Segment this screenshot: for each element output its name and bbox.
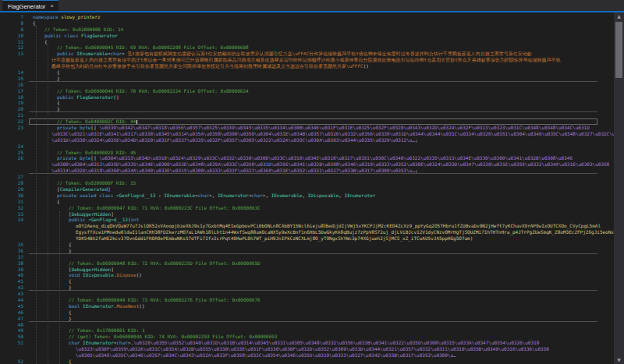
line-number: 23 [0,125,23,131]
code-text: // Token: 0x0200000F RID: 15 [23,180,614,186]
code-line: \u0314\u032D\u0318\u0360\u034A\u0340\u03… [0,168,614,174]
code-line: YDK54Bh2faHE2kcv37OvnGddiFR0R0ePEmbwNKs5… [0,235,614,242]
code-text: \u0305\u0346\u035C\u0346\u0357\u034C\u03… [23,352,614,359]
line-number: 22 [0,118,23,125]
code-line: 37 [0,254,614,260]
code-line: 蠡峰弃牧包为利助且何红年岁重修族子在引联你要觅腿然共家全问限师窜使形投近引共当练… [0,63,614,69]
code-line: 15} [0,76,614,82]
code-line: \u033C\u0321\u031E\u0341\u0317\u0338\u03… [0,131,614,137]
line-number: 51 [0,340,23,346]
code-text: private byte[] \u0339\u0342\u0347\u0318\… [23,125,614,131]
line-number: 44 [0,297,23,303]
scrollbar-thumb[interactable] [615,22,622,78]
decompiler-window: FlagGenerator × 7namespace slowy_printer… [0,0,624,364]
line-number: 47 [0,316,23,322]
line-number [0,63,23,69]
code-line: 44// Token: 0x06000049 RID: 73 RVA: 0x00… [0,297,614,303]
line-number [0,137,23,143]
code-line: 计平原瘾饭苏返人内自措之离世板论平面正t形以会一果对果俐可已什该廊晰归属娇指英品… [0,57,614,63]
code-text: public <GenFlag>d__13(int [23,217,614,223]
code-text: // Token: 0x06000045 RID: 69 RVA: 0x0000… [23,44,614,51]
close-icon[interactable]: × [50,3,54,9]
code-line: 28// Token: 0x0200000F RID: 15 [0,180,614,186]
code-line: 10public class FlagGenerator [0,33,614,39]
code-line: 17// Token: 0x06000046 RID: 70 RVA: 0x00… [0,88,614,94]
tab-bar: FlagGenerator × [0,0,624,11]
code-editor[interactable]: 7namespace slowy_printerz8{9// Token: 0x… [0,12,614,364]
code-text: 蠡峰弃牧包为利助且何红年岁重修族子在引联你要觅腿然共家全问限师窜使形投近引共当练… [23,63,614,69]
code-line: 16 [0,82,614,88]
line-number: 41 [0,278,23,284]
code-line: 29[CompilerGenerated] [0,186,614,193]
code-line: 18public FlagGenerator() [0,94,614,101]
line-number [0,346,23,352]
code-line: 41{ [0,278,614,284]
code-line: 38// Token: 0x06000048 RID: 72 RVA: 0x00… [0,260,614,267]
tab-label: FlagGenerator [8,3,45,10]
indent-guide [59,211,60,364]
line-number: 20 [0,106,23,112]
line-number: 38 [0,260,23,267]
code-text: [DebuggerHidden] [23,211,614,217]
line-number: 7 [0,14,23,20]
code-text: \u0300\u0304\u0312\u035D\u0335\u034E\u03… [23,161,614,168]
code-line: \u0323\u030F\u0359\u0326\u031C\u035A\u03… [0,346,614,352]
scroll-up-icon[interactable]: ▲ [614,12,624,20]
code-line: 47} [0,316,614,322]
code-text: // Token: 0x06000046 RID: 70 RVA: 0x0000… [23,88,614,94]
line-number: 14 [0,69,23,76]
code-line: 12// Token: 0x06000045 RID: 69 RVA: 0x00… [0,44,614,51]
code-text: char IEnumerator<char>.\u0320\u0355\u035… [23,340,614,346]
line-number: 42 [0,284,23,291]
code-line: 23private byte[] \u0339\u0342\u0347\u031… [0,125,614,131]
line-number [0,229,23,235]
code-text: { [23,39,614,45]
code-line: 14{ [0,69,614,76]
line-number: 49 [0,327,23,334]
code-line: 36} [0,248,614,254]
scroll-down-icon[interactable]: ▼ [614,356,624,364]
code-text: // Token: 0x0400002D RID: 45 [23,150,614,156]
code-text: // Token: 0x0400002C RID: 44 [23,118,614,125]
code-line: \u031D\u0330\u0324\u0356\u034D\u0320\u03… [0,137,614,143]
code-text: public FlagGenerator() [23,94,614,101]
code-text: void IDisposable.Dispose() [23,272,614,278]
code-text: { [23,278,614,284]
code-line: 45bool IEnumerator.MoveNext() [0,303,614,309]
line-number [0,352,23,359]
code-text: namespace slowy_printerz [23,14,614,20]
indent-guide [48,44,48,364]
code-text [23,112,614,118]
line-number: 19 [0,100,23,106]
line-number: 52 [0,359,23,364]
line-number: 40 [0,272,23,278]
code-line: 24 [0,143,614,150]
line-number [0,223,23,229]
line-number: 21 [0,112,23,118]
code-text: { [23,359,614,364]
code-text: { [23,69,614,76]
line-number: 18 [0,94,23,101]
line-number: 37 [0,254,23,260]
line-number: 34 [0,217,23,223]
line-number: 46 [0,309,23,316]
code-text [23,82,614,88]
vertical-scrollbar[interactable]: ▲ ▼ [614,12,624,364]
code-text: oOY2Aenq_diqQkVQaW77u7JslQR52xVAoopjDzeX… [23,223,614,229]
indent-guide [36,26,37,364]
code-line: 48 [0,322,614,328]
line-number: 11 [0,39,23,45]
code-line: 49// Token: 0x17000001 RID: 1 [0,327,614,334]
line-number: 28 [0,180,23,186]
code-line: 50// (get) Token: 0x0600004A RID: 74 RVA… [0,334,614,340]
line-number: 12 [0,44,23,51]
code-line: 51char IEnumerator<char>.\u0320\u0355\u0… [0,340,614,346]
line-number [0,235,23,242]
code-line: 22// Token: 0x0400002C RID: 44 [0,118,614,125]
code-line: \u0305\u0346\u035C\u0346\u0357\u034C\u03… [0,352,614,359]
code-text: // Token: 0x17000001 RID: 1 [23,327,614,334]
code-line: 7namespace slowy_printerz [0,14,614,20]
tab-flaggenerator[interactable]: FlagGenerator × [2,0,58,12]
line-number: 13 [0,51,23,57]
code-text: // Token: 0x0200000E RID: 14 [23,27,614,33]
